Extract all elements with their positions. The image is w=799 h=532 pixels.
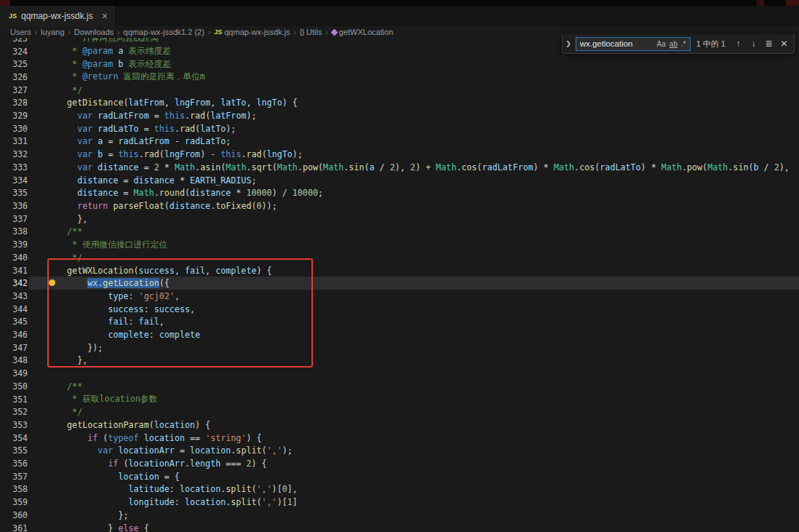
line-number[interactable]: 326 xyxy=(0,72,29,82)
code-line[interactable]: 359 longitude: location.split(',')[1] xyxy=(0,496,799,509)
code-text[interactable]: success: success, xyxy=(57,304,195,314)
code-text[interactable]: /** xyxy=(57,226,82,237)
breadcrumb-item-symbol[interactable]: getWXLocation xyxy=(332,28,394,36)
code-line[interactable]: 343 type: 'gcj02', xyxy=(0,290,799,303)
line-number[interactable]: 325 xyxy=(0,59,29,69)
code-line[interactable]: 327 */ xyxy=(0,84,799,97)
line-number[interactable]: 323 xyxy=(0,38,29,44)
code-text[interactable]: var a = radLatFrom - radLatTo; xyxy=(57,136,231,146)
code-text[interactable]: }; xyxy=(57,510,129,520)
code-line[interactable]: 358 latitude: location.split(',')[0], xyxy=(0,483,799,496)
code-line[interactable]: 346 complete: complete xyxy=(0,328,799,341)
line-number[interactable]: 360 xyxy=(0,510,29,520)
code-text[interactable]: longitude: location.split(',')[1] xyxy=(57,497,298,507)
code-text[interactable]: */ xyxy=(57,407,82,417)
code-text[interactable]: complete: complete xyxy=(57,330,200,340)
find-input[interactable]: wx.getlocation Aa ab .* xyxy=(576,37,691,51)
code-line[interactable]: 348 }, xyxy=(0,354,799,368)
code-text[interactable]: var radLatFrom = this.rad(latFrom); xyxy=(57,111,257,121)
code-line[interactable]: 331 var a = radLatFrom - radLatTo; xyxy=(0,135,799,148)
breadcrumb-item-downloads[interactable]: Downloads xyxy=(74,28,114,36)
previous-match-button[interactable]: ↑ xyxy=(732,39,744,49)
code-line[interactable]: 355 var locationArr = location.split(','… xyxy=(0,445,799,458)
code-text[interactable]: * @param a 表示纬度差 xyxy=(57,46,171,57)
toggle-replace-chevron[interactable]: ❯ xyxy=(565,40,573,47)
code-text[interactable]: if (locationArr.length === 2) { xyxy=(57,458,267,469)
code-text[interactable]: }, xyxy=(57,355,87,365)
match-case-toggle[interactable]: Aa xyxy=(657,40,666,48)
line-number[interactable]: 349 xyxy=(0,368,29,378)
code-line[interactable]: 351 * 获取location参数 xyxy=(0,393,799,406)
breadcrumb-item-utils[interactable]: {} Utils xyxy=(300,28,322,36)
breadcrumb-item-file[interactable]: JS qqmap-wx-jssdk.js xyxy=(214,28,290,36)
line-number[interactable]: 348 xyxy=(0,355,29,365)
line-number[interactable]: 352 xyxy=(0,407,29,417)
code-text[interactable]: type: 'gcj02', xyxy=(57,291,180,301)
line-number[interactable]: 343 xyxy=(0,291,29,301)
code-text[interactable]: getWXLocation(success, fail, complete) { xyxy=(57,266,272,276)
code-line[interactable]: 341 getWXLocation(success, fail, complet… xyxy=(0,264,799,277)
code-line[interactable]: 361 } else { xyxy=(0,522,799,532)
code-text[interactable]: getLocationParam(location) { xyxy=(57,420,210,430)
code-text[interactable]: latitude: location.split(',')[0], xyxy=(57,484,298,494)
line-number[interactable]: 350 xyxy=(0,381,29,392)
line-number[interactable]: 327 xyxy=(0,85,29,95)
code-line[interactable]: 357 location = { xyxy=(0,470,799,483)
line-number[interactable]: 354 xyxy=(0,433,29,443)
line-number[interactable]: 351 xyxy=(0,394,29,405)
editor[interactable]: 323 * 计算两点间直线距离324 * @param a 表示纬度差325 *… xyxy=(0,38,799,532)
code-text[interactable]: location = { xyxy=(57,472,180,482)
code-text[interactable]: }); xyxy=(57,343,103,353)
breadcrumb-item-folder[interactable]: qqmap-wx-jssdk1.2 (2) xyxy=(124,28,204,36)
breadcrumb-item-luyang[interactable]: luyang xyxy=(41,28,64,36)
code-line[interactable]: 336 return parseFloat(distance.toFixed(0… xyxy=(0,199,799,213)
code-text[interactable]: fail: fail, xyxy=(57,317,164,327)
code-text[interactable]: var locationArr = location.split(','); xyxy=(57,445,293,456)
tab-close-icon[interactable]: × xyxy=(102,10,108,22)
code-text[interactable]: * @return 返回的是距离，单位m xyxy=(57,71,205,82)
next-match-button[interactable]: ↓ xyxy=(747,39,760,49)
line-number[interactable]: 341 xyxy=(0,266,29,276)
code-text[interactable]: * 计算两点间直线距离 xyxy=(57,38,159,44)
line-number[interactable]: 344 xyxy=(0,304,29,314)
code-text[interactable]: distance = Math.round(distance * 10000) … xyxy=(57,188,323,198)
code-text[interactable]: /** xyxy=(57,381,82,392)
code-text[interactable]: if (typeof location == 'string') { xyxy=(57,433,262,443)
code-line[interactable]: 333 var distance = 2 * Math.asin(Math.sq… xyxy=(0,161,799,174)
line-number[interactable]: 332 xyxy=(0,149,29,159)
line-number[interactable]: 361 xyxy=(0,523,29,532)
code-line[interactable]: 325 * @param b 表示经度差 xyxy=(0,57,799,71)
close-find-button[interactable]: ✕ xyxy=(778,39,790,49)
code-line[interactable]: 342 wx.getLocation({ xyxy=(0,277,799,290)
line-number[interactable]: 329 xyxy=(0,111,29,121)
code-text[interactable]: distance = distance * EARTH_RADIUS; xyxy=(57,175,257,186)
code-text[interactable]: getDistance(latFrom, lngFrom, latTo, lng… xyxy=(57,98,298,108)
code-line[interactable]: 344 success: success, xyxy=(0,303,799,316)
code-text[interactable]: var distance = 2 * Math.asin(Math.sqrt(M… xyxy=(57,162,790,172)
line-number[interactable]: 338 xyxy=(0,226,29,237)
line-number[interactable]: 346 xyxy=(0,330,29,340)
code-text[interactable]: */ xyxy=(57,253,82,263)
code-line[interactable]: 334 distance = distance * EARTH_RADIUS; xyxy=(0,174,799,187)
code-text[interactable]: }, xyxy=(57,214,87,224)
line-number[interactable]: 331 xyxy=(0,136,29,146)
code-line[interactable]: 338 /** xyxy=(0,226,799,239)
code-text[interactable]: */ xyxy=(57,85,82,95)
line-number[interactable]: 328 xyxy=(0,98,29,108)
line-number[interactable]: 337 xyxy=(0,214,29,224)
line-number[interactable]: 359 xyxy=(0,497,29,507)
line-number[interactable]: 340 xyxy=(0,253,29,263)
code-line[interactable]: 337 }, xyxy=(0,213,799,226)
code-text[interactable]: } else { xyxy=(57,523,149,532)
code-line[interactable]: 349 xyxy=(0,367,799,380)
code-text[interactable]: wx.getLocation({ xyxy=(57,278,170,288)
line-number[interactable]: 324 xyxy=(0,47,29,57)
code-line[interactable]: 356 if (locationArr.length === 2) { xyxy=(0,457,799,470)
regex-toggle[interactable]: .* xyxy=(681,40,686,48)
code-line[interactable]: 352 */ xyxy=(0,405,799,418)
line-number[interactable]: 333 xyxy=(0,162,29,172)
whole-word-toggle[interactable]: ab xyxy=(669,40,677,48)
yellow-marker-dot[interactable] xyxy=(49,279,55,286)
line-number[interactable]: 357 xyxy=(0,472,29,482)
code-line[interactable]: 339 * 使用微信接口进行定位 xyxy=(0,238,799,251)
